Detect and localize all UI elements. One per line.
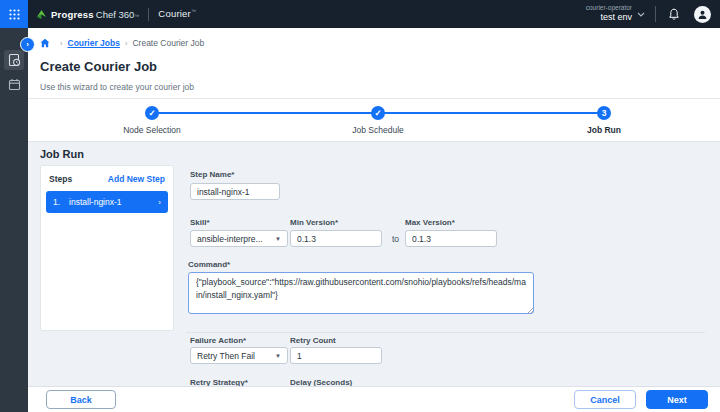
- calendar-icon: [8, 78, 21, 91]
- max-version-label: Max Version*: [405, 218, 455, 227]
- stepper-step-label: Node Selection: [87, 125, 217, 135]
- wizard-footer: Back Cancel Next: [28, 386, 720, 412]
- avatar-icon: [697, 9, 708, 20]
- step-list-item-selected[interactable]: 1. install-nginx-1 ›: [46, 191, 168, 213]
- progress-chef-logo-icon: [36, 9, 47, 20]
- page-subtitle: Use this wizard to create your courier j…: [40, 82, 194, 92]
- environment-selector[interactable]: courier-operator test env: [586, 4, 645, 23]
- command-label: Command*: [188, 260, 230, 269]
- breadcrumb-link-courier-jobs[interactable]: Courier Jobs: [68, 38, 120, 48]
- delay-seconds-label: Delay (Seconds): [290, 378, 352, 386]
- bell-icon: [668, 8, 680, 21]
- env-name-label: test env: [586, 12, 632, 23]
- stepper-step-job-schedule[interactable]: ✓ Job Schedule: [313, 106, 443, 135]
- sidebar-item-schedules[interactable]: [4, 74, 24, 94]
- brand-progress-text: Progress: [51, 9, 94, 20]
- stepper-step-node-selection[interactable]: ✓ Node Selection: [87, 106, 217, 135]
- retry-strategy-label: Retry Strategy*: [190, 378, 248, 386]
- sidebar-collapse-toggle[interactable]: ›: [20, 37, 35, 52]
- app-launcher-button[interactable]: [0, 0, 28, 28]
- next-button[interactable]: Next: [646, 390, 708, 409]
- notifications-button[interactable]: [668, 8, 680, 21]
- skill-select-value: ansible-interpre...: [197, 234, 271, 244]
- top-header: Progress Chef 360 ™ Courier™ courier-ope…: [0, 0, 720, 28]
- wizard-stepper: ✓ Node Selection ✓ Job Schedule 3 Job Ru…: [28, 99, 720, 141]
- breadcrumb-current: Create Courier Job: [132, 38, 204, 48]
- min-version-label: Min Version*: [290, 218, 338, 227]
- max-version-input[interactable]: [405, 230, 497, 247]
- account-button[interactable]: [694, 6, 711, 23]
- stepper-step-label: Job Schedule: [313, 125, 443, 135]
- retry-count-input[interactable]: [290, 347, 382, 364]
- divider: [186, 332, 705, 333]
- main-content: › Courier Jobs › Create Courier Job Crea…: [28, 28, 720, 412]
- add-new-step-link[interactable]: Add New Step: [108, 174, 165, 184]
- brand-logo: Progress Chef 360 ™: [36, 9, 139, 20]
- job-run-section: Job Run Steps Add New Step 1. install-ng…: [28, 141, 720, 386]
- home-icon[interactable]: [40, 38, 50, 48]
- stepper-step-label: Job Run: [539, 125, 669, 135]
- app-window: Progress Chef 360 ™ Courier™ courier-ope…: [0, 0, 720, 412]
- step-name-input[interactable]: [190, 183, 280, 200]
- check-icon: ✓: [148, 109, 155, 118]
- to-text: to: [392, 234, 399, 244]
- command-textarea[interactable]: {"playbook_source":"https://raw.githubus…: [188, 272, 534, 314]
- grid-icon: [9, 9, 20, 20]
- section-heading: Job Run: [40, 148, 84, 160]
- brand-trademark: ™: [134, 13, 139, 19]
- resize-handle-icon[interactable]: [527, 307, 533, 313]
- dropdown-arrow-icon: ▼: [275, 353, 281, 359]
- clipboard-clock-icon: [8, 53, 21, 67]
- breadcrumb-separator: ›: [60, 39, 63, 48]
- steps-panel: Steps Add New Step 1. install-nginx-1 ›: [40, 165, 174, 331]
- failure-action-label: Failure Action*: [190, 336, 246, 345]
- brand-divider: [148, 8, 149, 21]
- step-index: 1.: [53, 197, 60, 207]
- sidebar-item-courier-jobs[interactable]: [4, 50, 24, 70]
- product-name: Courier™: [158, 8, 196, 19]
- left-sidebar: [0, 28, 28, 412]
- breadcrumb: › Courier Jobs › Create Courier Job: [40, 38, 204, 48]
- retry-count-label: Retry Count: [290, 336, 336, 345]
- skill-label: Skill*: [190, 218, 210, 227]
- page-title: Create Courier Job: [40, 59, 157, 74]
- brand-chef360-text: Chef 360: [96, 9, 135, 20]
- chevron-right-icon: ›: [26, 41, 29, 49]
- failure-action-select[interactable]: Retry Then Fail ▼: [190, 347, 288, 364]
- header-divider: [655, 6, 656, 22]
- step-name-label: Step Name*: [190, 170, 234, 179]
- stepper-step-job-run[interactable]: 3 Job Run: [539, 106, 669, 135]
- back-button[interactable]: Back: [46, 390, 116, 409]
- breadcrumb-separator: ›: [125, 39, 128, 48]
- chevron-right-icon: ›: [158, 198, 161, 207]
- step-name: install-nginx-1: [69, 197, 121, 207]
- dropdown-arrow-icon: ▼: [275, 236, 281, 242]
- env-role-label: courier-operator: [586, 4, 632, 12]
- steps-panel-title: Steps: [49, 174, 72, 184]
- check-icon: ✓: [374, 109, 381, 118]
- product-trademark: ™: [191, 8, 196, 14]
- failure-action-value: Retry Then Fail: [197, 351, 271, 361]
- chevron-down-icon: [637, 12, 645, 17]
- skill-select[interactable]: ansible-interpre... ▼: [190, 230, 288, 247]
- step-number: 3: [602, 109, 607, 118]
- min-version-input[interactable]: [290, 230, 382, 247]
- cancel-button[interactable]: Cancel: [574, 390, 636, 409]
